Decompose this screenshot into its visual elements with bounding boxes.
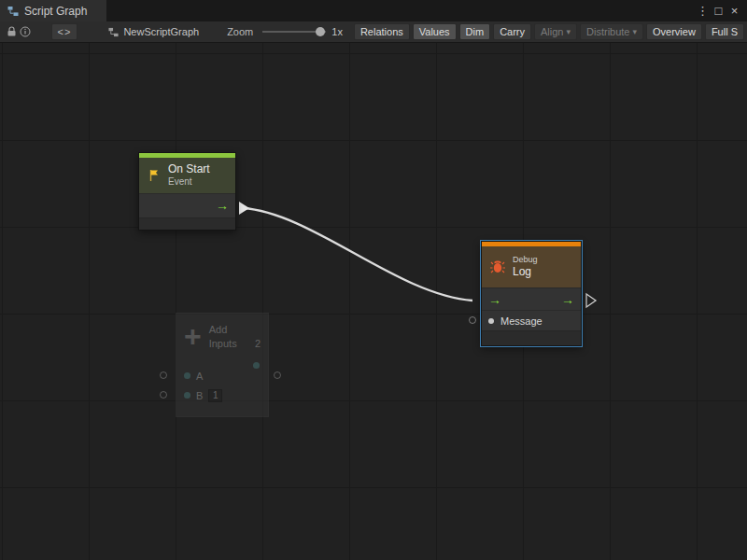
connection-layer — [0, 43, 747, 560]
port-proximity-circle — [160, 371, 167, 379]
relations-label: Relations — [360, 26, 403, 37]
control-output-port[interactable]: → — [216, 199, 229, 212]
graph-asset-name: NewScriptGraph — [123, 26, 199, 37]
zoom-slider-thumb[interactable] — [316, 27, 325, 36]
align-dropdown[interactable]: Align ▾ — [534, 23, 577, 40]
connection-start-arrow — [239, 202, 249, 215]
carry-toggle[interactable]: Carry — [493, 23, 531, 40]
on-start-port-row: → — [139, 193, 235, 217]
port-b-label: B — [196, 390, 203, 401]
control-output-port[interactable]: → — [561, 293, 574, 306]
overview-label: Overview — [653, 26, 696, 37]
zoom-value: 1x — [331, 26, 343, 37]
node-category: Debug — [513, 255, 538, 265]
graph-asset[interactable]: NewScriptGraph — [108, 26, 199, 37]
dim-label: Dim — [466, 26, 485, 37]
port-a-label: A — [196, 371, 203, 382]
graph-canvas[interactable]: On Start Event → Debu — [0, 43, 747, 560]
graph-toolbar: <> NewScriptGraph Zoom 1x Relations Valu… — [0, 21, 747, 43]
zoom-label: Zoom — [227, 26, 253, 37]
plus-icon: + — [184, 323, 202, 350]
script-graph-icon — [7, 6, 19, 17]
tab-script-graph[interactable]: Script Graph — [0, 0, 106, 21]
control-connection[interactable] — [243, 208, 472, 301]
node-add-dimmed[interactable]: + Add Inputs 2 A B 1 — [176, 313, 269, 417]
info-icon[interactable] — [19, 26, 33, 37]
values-toggle[interactable]: Values — [413, 23, 457, 40]
distribute-dropdown[interactable]: Distribute ▾ — [580, 23, 643, 40]
script-graph-window: Script Graph ⋮ □ × <> — [0, 0, 747, 560]
carry-label: Carry — [500, 26, 525, 37]
lock-icon[interactable] — [5, 26, 19, 37]
chevron-down-icon: ▾ — [633, 27, 638, 36]
window-menu-button[interactable]: ⋮ — [695, 0, 711, 21]
add-header: + Add Inputs 2 — [176, 314, 268, 366]
zoom-slider[interactable] — [262, 31, 326, 33]
port-b-value-field[interactable]: 1 — [208, 389, 222, 402]
relations-toggle[interactable]: Relations — [354, 23, 410, 40]
flag-icon — [147, 168, 162, 183]
node-on-start[interactable]: On Start Event → — [138, 152, 236, 231]
code-icon: <> — [58, 26, 72, 37]
add-port-a-row: A — [176, 366, 268, 385]
on-start-header: On Start Event — [139, 158, 235, 193]
overview-button[interactable]: Overview — [646, 23, 702, 40]
titlebar: Script Graph ⋮ □ × — [0, 0, 747, 21]
bug-icon — [489, 259, 506, 275]
port-proximity-circle — [469, 316, 476, 324]
node-title: Log — [513, 265, 538, 279]
on-start-footer — [139, 217, 235, 230]
align-label: Align — [541, 26, 563, 37]
tab-title: Script Graph — [24, 5, 87, 18]
add-input-count[interactable]: 2 — [255, 337, 261, 351]
debug-header: Debug Log — [482, 246, 581, 287]
node-debug-log[interactable]: Debug Log → → Message — [481, 241, 582, 346]
window-close-button[interactable]: × — [726, 0, 742, 21]
debug-message-row: Message — [482, 310, 581, 330]
port-proximity-circle — [274, 371, 281, 379]
port-a-dot[interactable] — [184, 372, 190, 379]
add-label-line1: Add — [209, 323, 261, 337]
add-port-b-row: B 1 — [176, 385, 268, 405]
fullscreen-button[interactable]: Full S — [705, 23, 744, 40]
graph-asset-icon — [108, 27, 119, 37]
chevron-down-icon: ▾ — [567, 27, 571, 36]
window-controls: ⋮ □ × — [695, 0, 747, 21]
port-proximity-circle — [160, 391, 167, 399]
node-title: On Start — [168, 162, 210, 176]
debug-flow-row: → → — [482, 287, 581, 310]
edit-code-button[interactable]: <> — [51, 23, 78, 40]
values-label: Values — [419, 26, 450, 37]
node-subtitle: Event — [168, 176, 210, 189]
add-label-line2: Inputs — [209, 337, 237, 351]
message-port-label: Message — [500, 315, 543, 327]
add-output-port[interactable] — [253, 362, 260, 369]
dim-toggle[interactable]: Dim — [459, 23, 491, 40]
message-input-port[interactable] — [488, 318, 494, 324]
fullscreen-label: Full S — [712, 26, 738, 37]
flow-continuation-arrow — [586, 294, 596, 307]
port-b-dot[interactable] — [184, 392, 190, 399]
distribute-label: Distribute — [586, 26, 629, 37]
control-input-port[interactable]: → — [488, 293, 501, 306]
debug-footer — [482, 330, 581, 345]
window-maximize-button[interactable]: □ — [711, 0, 726, 21]
